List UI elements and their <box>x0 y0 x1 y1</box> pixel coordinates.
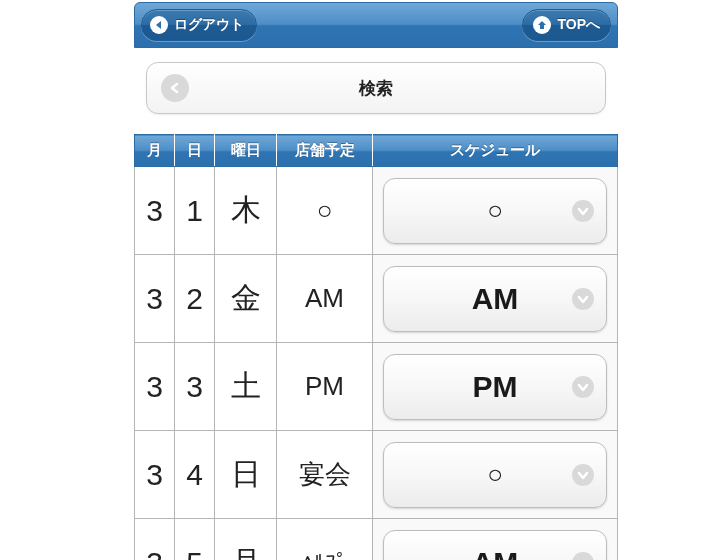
search-label: 検索 <box>147 77 605 100</box>
cell-day: 3 <box>175 343 215 431</box>
top-label: TOPへ <box>557 16 600 34</box>
table-row: 3 2 金 AM AM <box>135 255 618 343</box>
cell-schedule: ○ <box>373 431 618 519</box>
col-month: 月 <box>135 135 175 167</box>
cell-schedule: AM <box>373 519 618 561</box>
col-schedule: スケジュール <box>373 135 618 167</box>
cell-plan: AM <box>277 255 373 343</box>
cell-day: 5 <box>175 519 215 561</box>
cell-month: 3 <box>135 343 175 431</box>
cell-schedule: AM <box>373 255 618 343</box>
schedule-table: 月 日 曜日 店舗予定 スケジュール 3 1 木 ○ ○ <box>134 134 618 560</box>
cell-weekday: 金 <box>215 255 277 343</box>
search-button[interactable]: 検索 <box>146 62 606 114</box>
schedule-value: AM <box>472 546 519 561</box>
chevron-down-icon <box>572 464 594 486</box>
cell-month: 3 <box>135 255 175 343</box>
search-section: 検索 <box>134 48 618 134</box>
schedule-select[interactable]: AM <box>383 530 607 561</box>
cell-day: 4 <box>175 431 215 519</box>
cell-weekday: 土 <box>215 343 277 431</box>
cell-day: 2 <box>175 255 215 343</box>
cell-weekday: 月 <box>215 519 277 561</box>
chevron-down-icon <box>572 376 594 398</box>
cell-weekday: 日 <box>215 431 277 519</box>
schedule-value: AM <box>472 282 519 316</box>
cell-weekday: 木 <box>215 167 277 255</box>
app-frame: ログアウト TOPへ 検索 月 日 <box>134 2 618 558</box>
chevron-left-icon <box>161 74 189 102</box>
schedule-value: PM <box>473 370 518 404</box>
cell-plan: ﾍﾙﾌﾟ <box>277 519 373 561</box>
cell-schedule: ○ <box>373 167 618 255</box>
top-button[interactable]: TOPへ <box>522 9 611 41</box>
cell-day: 1 <box>175 167 215 255</box>
cell-month: 3 <box>135 519 175 561</box>
cell-schedule: PM <box>373 343 618 431</box>
schedule-value: ○ <box>487 195 503 226</box>
cell-plan: PM <box>277 343 373 431</box>
logout-button[interactable]: ログアウト <box>141 9 257 41</box>
schedule-value: ○ <box>487 459 503 490</box>
cell-month: 3 <box>135 431 175 519</box>
table-row: 3 3 土 PM PM <box>135 343 618 431</box>
cell-plan: ○ <box>277 167 373 255</box>
top-nav-bar: ログアウト TOPへ <box>134 2 618 48</box>
chevron-down-icon <box>572 288 594 310</box>
chevron-down-icon <box>572 200 594 222</box>
cell-plan: 宴会 <box>277 431 373 519</box>
col-plan: 店舗予定 <box>277 135 373 167</box>
cell-month: 3 <box>135 167 175 255</box>
schedule-select[interactable]: ○ <box>383 442 607 508</box>
table-row: 3 5 月 ﾍﾙﾌﾟ AM <box>135 519 618 561</box>
col-weekday: 曜日 <box>215 135 277 167</box>
table-header-row: 月 日 曜日 店舗予定 スケジュール <box>135 135 618 167</box>
schedule-select[interactable]: ○ <box>383 178 607 244</box>
schedule-select[interactable]: AM <box>383 266 607 332</box>
home-icon <box>533 16 551 34</box>
chevron-down-icon <box>572 552 594 561</box>
logout-label: ログアウト <box>174 16 244 34</box>
schedule-select[interactable]: PM <box>383 354 607 420</box>
back-arrow-icon <box>150 16 168 34</box>
col-day: 日 <box>175 135 215 167</box>
table-row: 3 1 木 ○ ○ <box>135 167 618 255</box>
table-row: 3 4 日 宴会 ○ <box>135 431 618 519</box>
